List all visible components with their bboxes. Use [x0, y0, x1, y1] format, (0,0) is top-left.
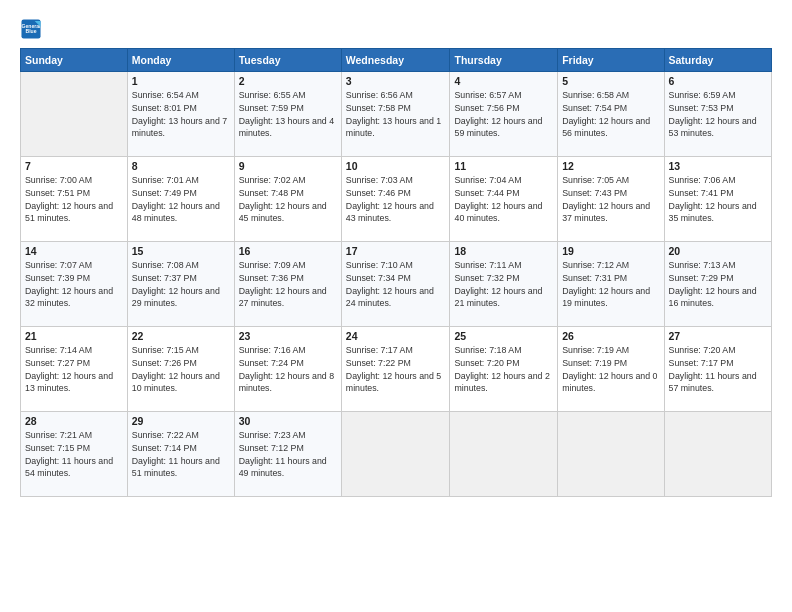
- day-number: 8: [132, 160, 230, 172]
- calendar-cell: 14Sunrise: 7:07 AMSunset: 7:39 PMDayligh…: [21, 242, 128, 327]
- day-info: Sunrise: 7:09 AMSunset: 7:36 PMDaylight:…: [239, 259, 337, 310]
- day-info: Sunrise: 7:13 AMSunset: 7:29 PMDaylight:…: [669, 259, 767, 310]
- calendar-cell: 16Sunrise: 7:09 AMSunset: 7:36 PMDayligh…: [234, 242, 341, 327]
- calendar-cell: 13Sunrise: 7:06 AMSunset: 7:41 PMDayligh…: [664, 157, 771, 242]
- calendar-cell: 7Sunrise: 7:00 AMSunset: 7:51 PMDaylight…: [21, 157, 128, 242]
- logo-area: General Blue: [20, 18, 772, 40]
- day-info: Sunrise: 7:07 AMSunset: 7:39 PMDaylight:…: [25, 259, 123, 310]
- calendar-cell: 15Sunrise: 7:08 AMSunset: 7:37 PMDayligh…: [127, 242, 234, 327]
- day-number: 13: [669, 160, 767, 172]
- calendar-table: SundayMondayTuesdayWednesdayThursdayFrid…: [20, 48, 772, 497]
- day-number: 10: [346, 160, 446, 172]
- day-number: 6: [669, 75, 767, 87]
- calendar-cell: 8Sunrise: 7:01 AMSunset: 7:49 PMDaylight…: [127, 157, 234, 242]
- day-number: 12: [562, 160, 659, 172]
- weekday-header-row: SundayMondayTuesdayWednesdayThursdayFrid…: [21, 49, 772, 72]
- day-info: Sunrise: 6:58 AMSunset: 7:54 PMDaylight:…: [562, 89, 659, 140]
- calendar-cell: 29Sunrise: 7:22 AMSunset: 7:14 PMDayligh…: [127, 412, 234, 497]
- day-number: 28: [25, 415, 123, 427]
- calendar-cell: [450, 412, 558, 497]
- calendar-cell: 2Sunrise: 6:55 AMSunset: 7:59 PMDaylight…: [234, 72, 341, 157]
- day-info: Sunrise: 6:57 AMSunset: 7:56 PMDaylight:…: [454, 89, 553, 140]
- calendar-cell: 9Sunrise: 7:02 AMSunset: 7:48 PMDaylight…: [234, 157, 341, 242]
- day-info: Sunrise: 7:18 AMSunset: 7:20 PMDaylight:…: [454, 344, 553, 395]
- day-info: Sunrise: 7:14 AMSunset: 7:27 PMDaylight:…: [25, 344, 123, 395]
- day-info: Sunrise: 7:02 AMSunset: 7:48 PMDaylight:…: [239, 174, 337, 225]
- calendar-header: SundayMondayTuesdayWednesdayThursdayFrid…: [21, 49, 772, 72]
- day-number: 23: [239, 330, 337, 342]
- calendar-cell: [558, 412, 664, 497]
- calendar-cell: [664, 412, 771, 497]
- day-info: Sunrise: 7:04 AMSunset: 7:44 PMDaylight:…: [454, 174, 553, 225]
- day-number: 2: [239, 75, 337, 87]
- logo-icon: General Blue: [20, 18, 42, 40]
- weekday-header-monday: Monday: [127, 49, 234, 72]
- day-number: 14: [25, 245, 123, 257]
- calendar-cell: 10Sunrise: 7:03 AMSunset: 7:46 PMDayligh…: [341, 157, 450, 242]
- calendar-cell: 25Sunrise: 7:18 AMSunset: 7:20 PMDayligh…: [450, 327, 558, 412]
- day-info: Sunrise: 7:23 AMSunset: 7:12 PMDaylight:…: [239, 429, 337, 480]
- calendar-cell: 23Sunrise: 7:16 AMSunset: 7:24 PMDayligh…: [234, 327, 341, 412]
- day-info: Sunrise: 7:12 AMSunset: 7:31 PMDaylight:…: [562, 259, 659, 310]
- day-info: Sunrise: 7:10 AMSunset: 7:34 PMDaylight:…: [346, 259, 446, 310]
- day-info: Sunrise: 7:20 AMSunset: 7:17 PMDaylight:…: [669, 344, 767, 395]
- page: General Blue SundayMondayTuesdayWednesda…: [0, 0, 792, 612]
- day-info: Sunrise: 7:16 AMSunset: 7:24 PMDaylight:…: [239, 344, 337, 395]
- day-number: 20: [669, 245, 767, 257]
- calendar-cell: [21, 72, 128, 157]
- day-number: 7: [25, 160, 123, 172]
- day-number: 16: [239, 245, 337, 257]
- day-number: 15: [132, 245, 230, 257]
- day-info: Sunrise: 7:17 AMSunset: 7:22 PMDaylight:…: [346, 344, 446, 395]
- day-info: Sunrise: 6:55 AMSunset: 7:59 PMDaylight:…: [239, 89, 337, 140]
- calendar-cell: 3Sunrise: 6:56 AMSunset: 7:58 PMDaylight…: [341, 72, 450, 157]
- calendar-cell: 22Sunrise: 7:15 AMSunset: 7:26 PMDayligh…: [127, 327, 234, 412]
- weekday-header-friday: Friday: [558, 49, 664, 72]
- day-info: Sunrise: 7:22 AMSunset: 7:14 PMDaylight:…: [132, 429, 230, 480]
- header-right: [47, 29, 772, 30]
- day-number: 17: [346, 245, 446, 257]
- calendar-cell: 11Sunrise: 7:04 AMSunset: 7:44 PMDayligh…: [450, 157, 558, 242]
- day-info: Sunrise: 7:19 AMSunset: 7:19 PMDaylight:…: [562, 344, 659, 395]
- day-number: 24: [346, 330, 446, 342]
- weekday-header-sunday: Sunday: [21, 49, 128, 72]
- calendar-cell: 20Sunrise: 7:13 AMSunset: 7:29 PMDayligh…: [664, 242, 771, 327]
- day-number: 9: [239, 160, 337, 172]
- weekday-header-thursday: Thursday: [450, 49, 558, 72]
- day-number: 1: [132, 75, 230, 87]
- day-info: Sunrise: 6:56 AMSunset: 7:58 PMDaylight:…: [346, 89, 446, 140]
- calendar-cell: 6Sunrise: 6:59 AMSunset: 7:53 PMDaylight…: [664, 72, 771, 157]
- day-number: 29: [132, 415, 230, 427]
- day-number: 18: [454, 245, 553, 257]
- calendar-cell: 18Sunrise: 7:11 AMSunset: 7:32 PMDayligh…: [450, 242, 558, 327]
- calendar-cell: 4Sunrise: 6:57 AMSunset: 7:56 PMDaylight…: [450, 72, 558, 157]
- calendar-cell: 27Sunrise: 7:20 AMSunset: 7:17 PMDayligh…: [664, 327, 771, 412]
- day-info: Sunrise: 7:00 AMSunset: 7:51 PMDaylight:…: [25, 174, 123, 225]
- day-number: 25: [454, 330, 553, 342]
- weekday-header-tuesday: Tuesday: [234, 49, 341, 72]
- day-info: Sunrise: 7:03 AMSunset: 7:46 PMDaylight:…: [346, 174, 446, 225]
- day-number: 4: [454, 75, 553, 87]
- calendar-cell: 17Sunrise: 7:10 AMSunset: 7:34 PMDayligh…: [341, 242, 450, 327]
- logo: General Blue: [20, 18, 47, 40]
- calendar-cell: 24Sunrise: 7:17 AMSunset: 7:22 PMDayligh…: [341, 327, 450, 412]
- day-number: 30: [239, 415, 337, 427]
- day-number: 3: [346, 75, 446, 87]
- calendar-body: 1Sunrise: 6:54 AMSunset: 8:01 PMDaylight…: [21, 72, 772, 497]
- svg-text:Blue: Blue: [25, 28, 36, 34]
- weekday-header-wednesday: Wednesday: [341, 49, 450, 72]
- day-number: 26: [562, 330, 659, 342]
- day-number: 22: [132, 330, 230, 342]
- calendar-cell: 1Sunrise: 6:54 AMSunset: 8:01 PMDaylight…: [127, 72, 234, 157]
- calendar-cell: 30Sunrise: 7:23 AMSunset: 7:12 PMDayligh…: [234, 412, 341, 497]
- day-number: 19: [562, 245, 659, 257]
- day-info: Sunrise: 7:06 AMSunset: 7:41 PMDaylight:…: [669, 174, 767, 225]
- calendar-cell: 5Sunrise: 6:58 AMSunset: 7:54 PMDaylight…: [558, 72, 664, 157]
- day-info: Sunrise: 7:05 AMSunset: 7:43 PMDaylight:…: [562, 174, 659, 225]
- day-info: Sunrise: 7:15 AMSunset: 7:26 PMDaylight:…: [132, 344, 230, 395]
- day-number: 27: [669, 330, 767, 342]
- day-info: Sunrise: 7:21 AMSunset: 7:15 PMDaylight:…: [25, 429, 123, 480]
- day-number: 11: [454, 160, 553, 172]
- day-info: Sunrise: 7:11 AMSunset: 7:32 PMDaylight:…: [454, 259, 553, 310]
- day-info: Sunrise: 7:08 AMSunset: 7:37 PMDaylight:…: [132, 259, 230, 310]
